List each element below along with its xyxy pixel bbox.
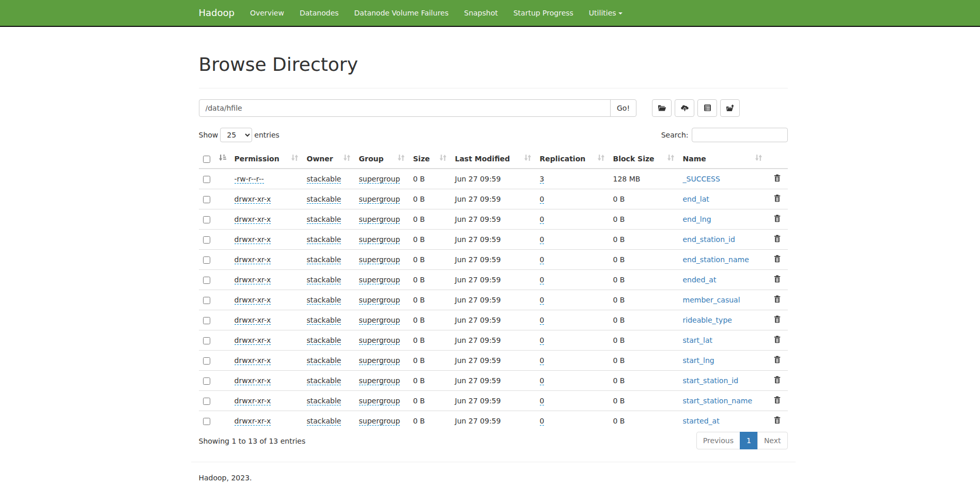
group-value[interactable]: supergroup <box>359 215 400 224</box>
delete-button[interactable] <box>774 194 781 204</box>
file-name-link[interactable]: ended_at <box>683 276 717 284</box>
delete-button[interactable] <box>774 416 781 426</box>
navbar-brand[interactable]: Hadoop <box>191 0 242 26</box>
replication-value[interactable]: 0 <box>540 255 545 264</box>
owner-value[interactable]: stackable <box>307 356 341 365</box>
nav-item-datanode-volume-failures[interactable]: Datanode Volume Failures <box>347 0 457 26</box>
delete-button[interactable] <box>774 235 781 244</box>
group-value[interactable]: supergroup <box>359 235 400 244</box>
row-checkbox[interactable] <box>203 357 210 365</box>
permission-value[interactable]: drwxr-xr-x <box>235 276 271 284</box>
row-checkbox[interactable] <box>203 196 210 203</box>
column-header-last-modified[interactable]: Last Modified <box>451 149 536 169</box>
permission-value[interactable]: drwxr-xr-x <box>235 296 271 305</box>
permission-value[interactable]: drwxr-xr-x <box>235 356 271 365</box>
permission-value[interactable]: drwxr-xr-x <box>235 255 271 264</box>
file-name-link[interactable]: start_lat <box>683 336 713 344</box>
owner-value[interactable]: stackable <box>307 336 341 345</box>
row-checkbox[interactable] <box>203 256 210 264</box>
column-header-select-all[interactable] <box>199 149 230 169</box>
nav-item-snapshot[interactable]: Snapshot <box>456 0 505 26</box>
create-directory-button[interactable] <box>652 99 672 117</box>
group-value[interactable]: supergroup <box>359 195 400 204</box>
group-value[interactable]: supergroup <box>359 255 400 264</box>
column-header-owner[interactable]: Owner <box>303 149 355 169</box>
group-value[interactable]: supergroup <box>359 316 400 325</box>
nav-item-startup-progress[interactable]: Startup Progress <box>506 0 581 26</box>
select-all-checkbox[interactable] <box>203 156 210 163</box>
delete-button[interactable] <box>774 215 781 224</box>
permission-value[interactable]: -rw-r--r-- <box>235 175 264 184</box>
delete-button[interactable] <box>774 315 781 325</box>
owner-value[interactable]: stackable <box>307 316 341 325</box>
permission-value[interactable]: drwxr-xr-x <box>235 235 271 244</box>
replication-value[interactable]: 0 <box>540 316 545 325</box>
replication-value[interactable]: 0 <box>540 276 545 284</box>
row-checkbox[interactable] <box>203 317 210 324</box>
column-header-group[interactable]: Group <box>355 149 409 169</box>
delete-button[interactable] <box>774 396 781 405</box>
file-name-link[interactable]: start_station_name <box>683 397 753 405</box>
replication-value[interactable]: 0 <box>540 296 545 305</box>
row-checkbox[interactable] <box>203 297 210 304</box>
owner-value[interactable]: stackable <box>307 397 341 405</box>
file-name-link[interactable]: _SUCCESS <box>683 175 720 183</box>
row-checkbox[interactable] <box>203 216 210 223</box>
replication-value[interactable]: 0 <box>540 376 545 385</box>
delete-button[interactable] <box>774 275 781 284</box>
delete-button[interactable] <box>774 376 781 385</box>
permission-value[interactable]: drwxr-xr-x <box>235 316 271 325</box>
group-value[interactable]: supergroup <box>359 276 400 284</box>
permission-value[interactable]: drwxr-xr-x <box>235 215 271 224</box>
delete-button[interactable] <box>774 356 781 365</box>
replication-value[interactable]: 0 <box>540 397 545 405</box>
nav-item-datanodes[interactable]: Datanodes <box>292 0 347 26</box>
file-name-link[interactable]: start_lng <box>683 356 714 365</box>
file-name-link[interactable]: end_station_id <box>683 235 735 244</box>
owner-value[interactable]: stackable <box>307 195 341 204</box>
delete-button[interactable] <box>774 336 781 345</box>
row-checkbox[interactable] <box>203 337 210 344</box>
go-button[interactable]: Go! <box>610 99 636 117</box>
pagination-previous[interactable]: Previous <box>696 432 740 449</box>
permission-value[interactable]: drwxr-xr-x <box>235 397 271 405</box>
page-size-select[interactable]: 25 <box>220 128 252 142</box>
path-input[interactable] <box>199 99 611 117</box>
file-name-link[interactable]: end_lat <box>683 195 709 203</box>
owner-value[interactable]: stackable <box>307 296 341 305</box>
delete-button[interactable] <box>774 255 781 264</box>
upload-files-button[interactable] <box>675 99 694 117</box>
row-checkbox[interactable] <box>203 176 210 183</box>
group-value[interactable]: supergroup <box>359 397 400 405</box>
replication-value[interactable]: 0 <box>540 235 545 244</box>
replication-value[interactable]: 0 <box>540 195 545 204</box>
permission-value[interactable]: drwxr-xr-x <box>235 336 271 345</box>
owner-value[interactable]: stackable <box>307 417 341 426</box>
pagination-next[interactable]: Next <box>757 432 788 449</box>
permission-value[interactable]: drwxr-xr-x <box>235 376 271 385</box>
group-value[interactable]: supergroup <box>359 175 400 184</box>
owner-value[interactable]: stackable <box>307 215 341 224</box>
group-value[interactable]: supergroup <box>359 356 400 365</box>
group-value[interactable]: supergroup <box>359 296 400 305</box>
row-checkbox[interactable] <box>203 277 210 284</box>
owner-value[interactable]: stackable <box>307 376 341 385</box>
column-header-size[interactable]: Size <box>409 149 451 169</box>
row-checkbox[interactable] <box>203 418 210 425</box>
replication-value[interactable]: 3 <box>540 175 545 184</box>
column-header-permission[interactable]: Permission <box>230 149 303 169</box>
file-name-link[interactable]: start_station_id <box>683 376 739 385</box>
owner-value[interactable]: stackable <box>307 255 341 264</box>
group-value[interactable]: supergroup <box>359 417 400 426</box>
row-checkbox[interactable] <box>203 236 210 244</box>
replication-value[interactable]: 0 <box>540 417 545 426</box>
pagination-page-1[interactable]: 1 <box>740 432 758 449</box>
permission-value[interactable]: drwxr-xr-x <box>235 195 271 204</box>
cut-paste-button[interactable] <box>697 99 717 117</box>
file-name-link[interactable]: started_at <box>683 417 720 425</box>
replication-value[interactable]: 0 <box>540 356 545 365</box>
move-files-button[interactable] <box>720 99 740 117</box>
owner-value[interactable]: stackable <box>307 175 341 184</box>
replication-value[interactable]: 0 <box>540 215 545 224</box>
owner-value[interactable]: stackable <box>307 276 341 284</box>
